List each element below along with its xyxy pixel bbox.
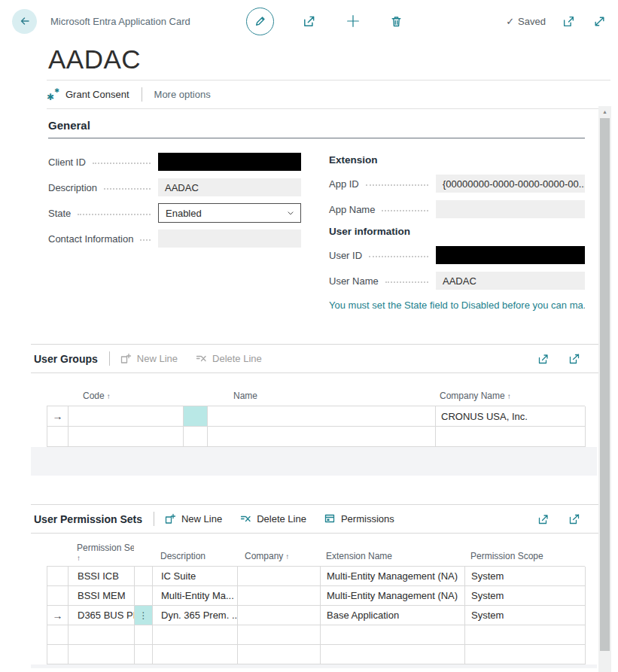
cell-permission-scope[interactable]: System [465, 606, 586, 625]
cell-code[interactable] [68, 427, 184, 447]
divider [109, 351, 110, 366]
delete-line-icon [196, 353, 207, 364]
column-header-company[interactable]: Company↑ [237, 551, 320, 566]
user-information-group-heading: User information [329, 226, 585, 237]
selected-cell[interactable] [184, 406, 208, 427]
sort-up-icon: ↑ [77, 554, 134, 564]
vertical-scrollbar[interactable]: ▲ [598, 106, 611, 672]
cell-extension-name[interactable] [321, 645, 465, 664]
topbar-center-actions [246, 8, 449, 35]
assist-edit-ellipsis-button[interactable]: ⋮ [135, 606, 153, 625]
cell-company[interactable] [238, 567, 321, 586]
description-field[interactable]: AADAC [158, 178, 301, 196]
delete-button[interactable] [388, 14, 404, 29]
more-options-button[interactable]: More options [154, 89, 211, 100]
cell-permission-scope[interactable]: System [465, 586, 586, 606]
cell-extension-name[interactable]: Multi-Entity Management (NA) [321, 567, 465, 586]
popout-window-icon [562, 15, 575, 28]
contact-information-field[interactable] [158, 230, 301, 248]
cell-description[interactable]: Dyn. 365 Prem. ... [153, 606, 238, 625]
permissions-button[interactable]: Permissions [324, 513, 394, 525]
state-dropdown[interactable]: Enabled [158, 203, 301, 223]
edit-toggle-button[interactable] [246, 8, 274, 35]
user-permission-sets-heading: User Permission Sets [34, 513, 142, 525]
share-icon [537, 513, 550, 525]
cell-permission-set[interactable] [68, 625, 135, 645]
cell-permission-set[interactable]: BSSI ICB [68, 567, 135, 586]
cell-permission-set[interactable]: BSSI MEM [68, 586, 135, 606]
general-left-column: Client ID Description AADAC State Enable… [48, 153, 301, 311]
column-header-permission-scope[interactable]: Permission Scope [464, 551, 585, 566]
active-row-arrow: → [47, 406, 68, 427]
column-header-extension-name[interactable]: Extension Name [320, 551, 464, 566]
cell-company[interactable] [238, 606, 321, 625]
share-button[interactable] [301, 13, 318, 29]
scrollbar-thumb[interactable] [600, 118, 610, 651]
permission-sets-delete-line-button[interactable]: Delete Line [240, 513, 306, 525]
user-permission-sets-table: Permission Set ↑ Description Company↑ Ex… [47, 534, 585, 664]
user-id-field[interactable] [436, 246, 585, 264]
cell-description[interactable] [153, 645, 238, 664]
user-groups-heading: User Groups [34, 353, 98, 365]
cell-description[interactable]: IC Suite [153, 567, 238, 586]
cell-company[interactable] [238, 645, 321, 664]
scroll-up-arrow-icon[interactable]: ▲ [598, 106, 611, 117]
cell-permission-set[interactable]: D365 BUS PR... [68, 606, 135, 625]
column-header-name[interactable]: Name [207, 391, 435, 406]
cell-company-name[interactable]: CRONUS USA, Inc. [436, 406, 586, 427]
app-name-field[interactable] [436, 200, 585, 218]
cell-extension-name[interactable]: Base Application [321, 606, 465, 625]
active-row-arrow: → [47, 606, 68, 625]
cell-name[interactable] [208, 427, 436, 447]
cell-description[interactable]: Multi-Entity Ma... [153, 586, 238, 606]
dotted-leader [385, 281, 428, 283]
app-id-field[interactable]: {00000000-0000-0000-0000-00... [436, 175, 585, 193]
client-id-field[interactable] [158, 153, 301, 171]
cell-permission-scope[interactable] [465, 645, 586, 664]
cell-extension-name[interactable] [321, 625, 465, 645]
pencil-icon [254, 15, 266, 28]
back-button[interactable] [12, 9, 37, 34]
column-header-description[interactable]: Description [152, 551, 237, 566]
column-header-code[interactable]: Code↑ [68, 391, 183, 406]
cell[interactable] [135, 645, 153, 664]
grant-consent-icon: ✱✱ [47, 89, 59, 101]
column-header-permission-set[interactable]: Permission Set ↑ [68, 543, 134, 567]
user-groups-share-button[interactable] [537, 353, 550, 365]
cell-company[interactable] [238, 625, 321, 645]
user-groups-delete-line-button[interactable]: Delete Line [196, 353, 262, 364]
cell[interactable] [135, 586, 153, 606]
new-button[interactable] [345, 13, 361, 29]
cell[interactable] [135, 625, 153, 645]
cell-code[interactable] [68, 406, 184, 427]
open-in-window-button[interactable] [561, 14, 577, 29]
plus-icon [346, 14, 360, 28]
cell-permission-scope[interactable] [465, 625, 586, 645]
expand-fullscreen-button[interactable] [592, 14, 607, 29]
cell[interactable] [184, 427, 208, 447]
cell-name[interactable] [208, 406, 436, 427]
column-header-company-name[interactable]: Company Name↑ [435, 391, 585, 406]
cell-description[interactable] [153, 625, 238, 645]
general-heading[interactable]: General [48, 109, 585, 138]
cell-permission-scope[interactable]: System [465, 567, 586, 586]
permission-sets-new-line-button[interactable]: New Line [165, 513, 222, 525]
cell-company-name[interactable] [436, 427, 586, 447]
open-in-new-icon [568, 353, 580, 365]
back-arrow-icon [19, 15, 31, 27]
user-groups-new-line-button[interactable]: New Line [120, 353, 178, 364]
table-row [47, 625, 585, 645]
state-disabled-notification-link[interactable]: You must set the State field to Disabled… [329, 300, 585, 311]
list-footer-band [31, 664, 597, 668]
state-label: State [48, 208, 158, 219]
permission-sets-share-button[interactable] [537, 513, 550, 525]
user-groups-open-in-new-button[interactable] [568, 353, 580, 365]
permission-sets-open-in-new-button[interactable] [568, 513, 580, 525]
list-footer-band [31, 447, 597, 476]
grant-consent-button[interactable]: ✱✱ Grant Consent [47, 89, 129, 101]
cell-permission-set[interactable] [68, 645, 135, 664]
cell-extension-name[interactable]: Multi-Entity Management (NA) [321, 586, 465, 606]
user-name-field[interactable]: AADAC [436, 272, 585, 290]
cell[interactable] [135, 567, 153, 586]
cell-company[interactable] [238, 586, 321, 606]
